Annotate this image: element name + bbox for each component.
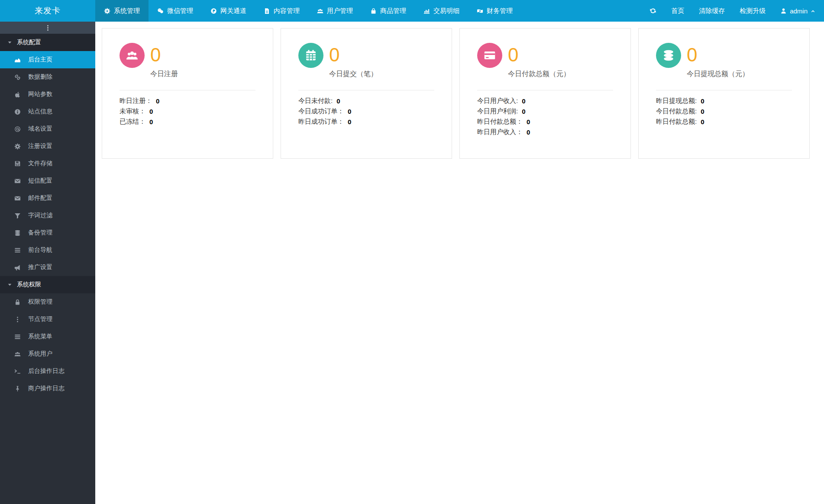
stat-label: 今日提交（笔）	[329, 70, 378, 79]
sidebar-item-label: 域名设置	[28, 125, 52, 133]
sidebar-item-domain[interactable]: 域名设置	[0, 120, 95, 138]
sidebar-item-label: 前台导航	[28, 246, 52, 254]
stat-rows: 今日未付款: 0 今日成功订单： 0 昨日成功订单： 0	[298, 96, 434, 127]
sidebar-item-file-storage[interactable]: 文件存储	[0, 155, 95, 172]
terminal-icon	[14, 368, 21, 375]
database-icon	[14, 230, 21, 236]
sidebar-item-register[interactable]: 注册设置	[0, 138, 95, 155]
section-label: 系统权限	[17, 281, 41, 289]
stat-circle	[656, 43, 681, 68]
sidebar-item-label: 备份管理	[28, 229, 52, 237]
users-icon	[317, 8, 323, 14]
bag-icon	[370, 8, 377, 14]
sidebar-item-promotion[interactable]: 推广设置	[0, 259, 95, 276]
gear-icon	[104, 8, 110, 14]
stat-row-label: 今日用户收入:	[477, 97, 518, 105]
sidebar-section-system-config[interactable]: 系统配置	[0, 34, 95, 51]
sidebar-item-site-params[interactable]: 网站参数	[0, 86, 95, 103]
sidebar-item-email[interactable]: 邮件配置	[0, 189, 95, 207]
stat-row-value: 0	[527, 128, 530, 136]
stat-summary: 0 今日付款总额（元）	[508, 45, 570, 79]
stat-row-label: 昨日付款总额:	[656, 118, 697, 126]
stat-row-value: 0	[701, 108, 704, 115]
sidebar-item-label: 节点管理	[28, 315, 52, 323]
p-circle-icon	[210, 8, 217, 14]
stat-row-label: 已冻结：	[120, 118, 145, 126]
wechat-icon	[157, 8, 164, 14]
app-logo[interactable]: 来发卡	[0, 0, 95, 22]
sidebar-item-word-filter[interactable]: 字词过滤	[0, 207, 95, 224]
stat-row: 昨日成功订单： 0	[298, 116, 434, 127]
stat-value: 0	[687, 45, 749, 64]
nav-item-goods[interactable]: 商品管理	[362, 0, 415, 22]
stat-label: 今日注册	[150, 70, 178, 79]
nav-item-label: 网关通道	[220, 7, 246, 15]
sidebar-item-label: 站点信息	[28, 108, 52, 116]
stat-row-label: 未审核：	[120, 107, 145, 116]
nav-item-content[interactable]: 内容管理	[255, 0, 308, 22]
sidebar-item-backup[interactable]: 备份管理	[0, 224, 95, 241]
envelope-icon	[14, 195, 21, 202]
stat-row-label: 今日付款总额:	[656, 107, 697, 116]
stat-card-top: 0 今日付款总额（元）	[477, 43, 613, 79]
stat-row: 昨日付款总额： 0	[477, 116, 613, 127]
sidebar-item-label: 数据删除	[28, 73, 52, 81]
stat-row-value: 0	[149, 118, 153, 125]
calendar-icon	[305, 49, 317, 61]
bullhorn-icon	[14, 264, 21, 271]
stat-row: 昨日用户收入： 0	[477, 127, 613, 137]
sidebar-item-data-delete[interactable]: 数据删除	[0, 68, 95, 86]
stat-row-value: 0	[522, 97, 525, 105]
sidebar-item-label: 权限管理	[28, 298, 52, 306]
nav-item-label: 商品管理	[380, 7, 406, 15]
link-icon	[14, 74, 21, 80]
ellipsis-v-icon	[45, 25, 51, 31]
gear-icon	[14, 143, 21, 150]
nav-item-label: 用户管理	[327, 7, 353, 15]
sidebar-item-system-menu[interactable]: 系统菜单	[0, 328, 95, 345]
users-icon	[126, 49, 138, 61]
sidebar: 系统配置 后台主页 数据删除 网站参数 站点信息 域名设置 注册设置 文件存储 …	[0, 22, 95, 504]
sidebar-item-merchant-log[interactable]: 商户操作日志	[0, 380, 95, 397]
divider	[298, 90, 434, 90]
stat-row-value: 0	[348, 108, 351, 115]
sidebar-item-front-nav[interactable]: 前台导航	[0, 241, 95, 259]
sidebar-item-sms[interactable]: 短信配置	[0, 172, 95, 189]
sidebar-item-label: 系统用户	[28, 350, 52, 358]
clear-cache-button[interactable]: 清除缓存	[699, 7, 725, 15]
sidebar-item-system-user[interactable]: 系统用户	[0, 345, 95, 363]
user-menu[interactable]: admin	[780, 7, 815, 15]
sidebar-item-site-info[interactable]: 站点信息	[0, 103, 95, 120]
caret-down-icon	[7, 282, 12, 287]
sidebar-toggle[interactable]	[0, 22, 95, 34]
stat-row: 已冻结： 0	[120, 116, 255, 127]
home-link[interactable]: 首页	[671, 7, 684, 15]
stat-rows: 昨日提现总额: 0 今日付款总额: 0 昨日付款总额: 0	[656, 96, 792, 127]
nav-item-trade[interactable]: 交易明细	[415, 0, 468, 22]
apple-icon	[14, 91, 21, 98]
sidebar-item-auth-manage[interactable]: 权限管理	[0, 293, 95, 311]
sidebar-item-dashboard[interactable]: 后台主页	[0, 51, 95, 68]
nav-item-finance[interactable]: 财务管理	[468, 0, 521, 22]
stat-card-top: 0 今日提现总额（元）	[656, 43, 792, 79]
stat-row-value: 0	[527, 118, 530, 125]
refresh-button[interactable]	[650, 7, 656, 14]
nav-item-gateway[interactable]: 网关通道	[202, 0, 255, 22]
stat-rows: 今日用户收入: 0 今日用户利润: 0 昨日付款总额： 0 昨日用户收入： 0	[477, 96, 613, 137]
nav-item-user[interactable]: 用户管理	[308, 0, 362, 22]
stat-card-withdraw: 0 今日提现总额（元） 昨日提现总额: 0 今日付款总额: 0 昨日付款总额: …	[638, 28, 810, 159]
nav-item-wechat[interactable]: 微信管理	[149, 0, 202, 22]
stat-row: 今日成功订单： 0	[298, 106, 434, 116]
stat-row: 今日用户利润: 0	[477, 106, 613, 116]
sidebar-section-system-auth[interactable]: 系统权限	[0, 276, 95, 293]
sidebar-item-admin-log[interactable]: 后台操作日志	[0, 363, 95, 380]
money-icon	[477, 8, 483, 14]
sidebar-item-label: 推广设置	[28, 263, 52, 271]
caret-up-icon	[811, 9, 815, 13]
nav-item-system[interactable]: 系统管理	[95, 0, 149, 22]
check-upgrade-button[interactable]: 检测升级	[740, 7, 766, 15]
sidebar-item-node-manage[interactable]: 节点管理	[0, 311, 95, 328]
stat-circle	[120, 43, 145, 68]
nav-item-label: 财务管理	[487, 7, 513, 15]
stat-circle	[477, 43, 502, 68]
